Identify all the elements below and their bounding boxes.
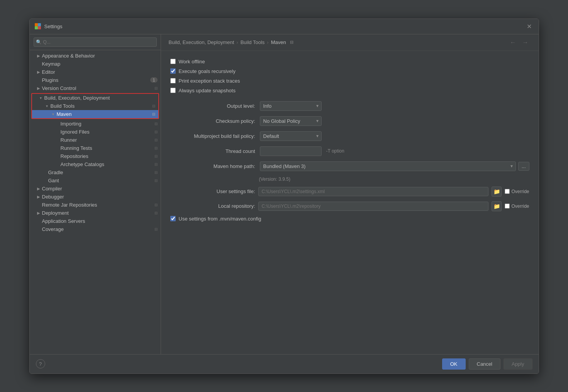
output-level-select[interactable]: Info Debug Warn Error (260, 101, 322, 111)
pin-icon: ⊟ (154, 146, 158, 150)
sidebar-item-maven[interactable]: ▾ Maven ⊟ (32, 110, 158, 118)
sidebar-item-label: Build Tools (51, 103, 151, 109)
pin-icon: ⊟ (154, 227, 158, 231)
print-exceptions-checkbox[interactable] (170, 78, 176, 83)
thread-count-row: Thread count -T option (170, 146, 529, 156)
svg-rect-1 (38, 23, 41, 26)
sidebar-item-importing[interactable]: Importing ⊟ (30, 120, 161, 128)
local-repo-browse-button[interactable]: 📁 (492, 201, 502, 211)
sidebar-item-archetype-catalogs[interactable]: Archetype Catalogs ⊟ (30, 160, 161, 168)
user-settings-label: User settings file: (170, 188, 255, 194)
plugins-badge: 1 (150, 77, 157, 83)
main-content: 🔍 ▶ Appearance & Behavior Keymap ▶ (30, 34, 539, 354)
local-repo-label: Local repository: (170, 203, 255, 209)
print-exceptions-label: Print exception stack traces (179, 78, 240, 84)
sidebar-item-label: Maven (57, 111, 151, 117)
arrow-icon (54, 153, 60, 159)
print-exceptions-row: Print exception stack traces (170, 78, 529, 84)
execute-goals-label: Execute goals recursively (179, 68, 236, 74)
sidebar-item-deployment[interactable]: ▶ Deployment ⊟ (30, 209, 161, 217)
apply-button[interactable]: Apply (504, 358, 532, 370)
user-settings-override-checkbox[interactable] (505, 189, 510, 194)
user-settings-browse-button[interactable]: 📁 (492, 187, 502, 197)
multiproject-policy-row: Multiproject build fail policy: Default … (170, 131, 529, 141)
arrow-icon (42, 178, 47, 183)
sidebar-item-keymap[interactable]: Keymap (30, 60, 161, 68)
nav-forward-button[interactable]: → (520, 38, 531, 47)
ok-button[interactable]: OK (442, 358, 466, 370)
sidebar-item-gant[interactable]: Gant ⊟ (30, 176, 161, 185)
work-offline-row: Work offline (170, 59, 529, 64)
svg-rect-3 (38, 26, 41, 29)
maven-home-row: Maven home path: Bundled (Maven 3) ... (170, 161, 529, 171)
checksum-policy-select[interactable]: No Global Policy Fail Warn Ignore (260, 116, 322, 126)
sidebar-item-running-tests[interactable]: Running Tests ⊟ (30, 144, 161, 152)
maven-home-label: Maven home path: (170, 163, 255, 169)
user-settings-input[interactable] (258, 187, 489, 196)
sidebar-item-plugins[interactable]: Plugins 1 (30, 76, 161, 84)
checksum-policy-row: Checksum policy: No Global Policy Fail W… (170, 116, 529, 126)
maven-home-select[interactable]: Bundled (Maven 3) (260, 161, 516, 171)
svg-rect-0 (35, 23, 38, 26)
always-update-checkbox[interactable] (170, 88, 176, 93)
sidebar-item-version-control[interactable]: ▶ Version Control ⊟ (30, 84, 161, 92)
arrow-icon: ▶ (36, 53, 41, 58)
override-settings-label: Override (511, 189, 529, 194)
sidebar-item-remote-jar[interactable]: Remote Jar Repositories ⊟ (30, 201, 161, 209)
sidebar-item-ignored-files[interactable]: Ignored Files ⊟ (30, 128, 161, 136)
breadcrumb-sep2: › (267, 39, 268, 45)
sidebar-item-build-tools[interactable]: ▾ Build Tools ⊟ (32, 102, 158, 110)
cancel-button[interactable]: Cancel (469, 358, 500, 370)
sidebar-item-gradle[interactable]: Gradle ⊟ (30, 168, 161, 176)
search-icon: 🔍 (36, 39, 42, 45)
pin-icon: ⊟ (154, 203, 158, 207)
arrow-icon: ▶ (36, 69, 41, 75)
checksum-policy-label: Checksum policy: (170, 118, 255, 124)
sidebar-item-label: Debugger (42, 194, 158, 200)
output-level-select-wrapper: Info Debug Warn Error (260, 101, 322, 111)
thread-count-label: Thread count (170, 148, 255, 154)
use-settings-row: Use settings from .mvn/maven.config (170, 216, 529, 222)
sidebar-item-label: Application Servers (42, 218, 158, 224)
sidebar: 🔍 ▶ Appearance & Behavior Keymap ▶ (30, 34, 161, 354)
local-repo-input[interactable] (258, 202, 489, 211)
search-input[interactable] (34, 37, 157, 47)
sidebar-item-debugger[interactable]: ▶ Debugger (30, 193, 161, 201)
work-offline-label: Work offline (179, 59, 205, 64)
maven-home-browse-button[interactable]: ... (518, 162, 529, 171)
arrow-icon: ▶ (36, 210, 41, 216)
breadcrumb-nav: ← → (508, 38, 531, 47)
search-wrapper: 🔍 (34, 37, 157, 47)
thread-count-input[interactable] (260, 146, 322, 156)
sidebar-item-app-servers[interactable]: Application Servers (30, 217, 161, 225)
sidebar-item-label: Appearance & Behavior (42, 53, 158, 59)
sidebar-item-editor[interactable]: ▶ Editor (30, 68, 161, 76)
nav-back-button[interactable]: ← (508, 38, 519, 47)
multiproject-policy-select-wrapper: Default Never At End Fail Fast (260, 131, 322, 141)
arrow-icon (54, 161, 60, 167)
sidebar-item-label: Compiler (42, 186, 158, 192)
title-bar: Settings ✕ (30, 19, 539, 34)
execute-goals-checkbox[interactable] (170, 68, 176, 74)
pin-icon: ⊟ (152, 112, 155, 116)
app-icon (34, 23, 41, 30)
close-button[interactable]: ✕ (525, 22, 534, 31)
use-settings-checkbox[interactable] (170, 216, 176, 221)
arrow-icon (36, 202, 41, 207)
sidebar-item-appearance[interactable]: ▶ Appearance & Behavior (30, 52, 161, 60)
sidebar-item-build-exec-deploy[interactable]: ▾ Build, Execution, Deployment (32, 94, 158, 102)
sidebar-item-label: Remote Jar Repositories (42, 202, 153, 208)
sidebar-item-coverage[interactable]: Coverage ⊟ (30, 225, 161, 233)
local-repo-override-checkbox[interactable] (505, 204, 510, 209)
breadcrumb-bar: Build, Execution, Deployment › Build Too… (161, 34, 539, 51)
multiproject-policy-label: Multiproject build fail policy: (170, 133, 255, 139)
work-offline-checkbox[interactable] (170, 59, 176, 64)
maven-home-input-row: Bundled (Maven 3) ... (260, 161, 529, 171)
multiproject-policy-select[interactable]: Default Never At End Fail Fast (260, 131, 322, 141)
help-button[interactable]: ? (36, 359, 45, 368)
sidebar-item-repositories[interactable]: Repositories ⊟ (30, 152, 161, 160)
always-update-label: Always update snapshots (179, 88, 236, 93)
arrow-icon: ▾ (38, 95, 44, 100)
sidebar-item-runner[interactable]: Runner ⊟ (30, 136, 161, 144)
sidebar-item-compiler[interactable]: ▶ Compiler (30, 185, 161, 193)
